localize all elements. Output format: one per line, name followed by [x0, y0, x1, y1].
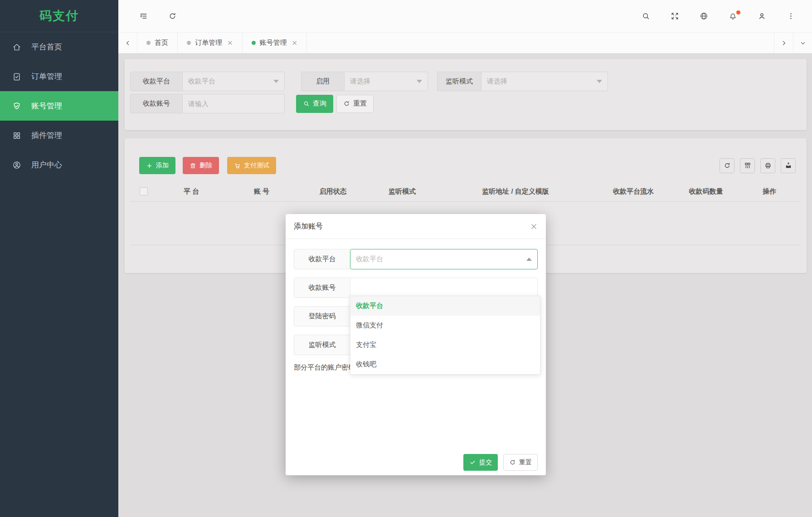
tabs-scroll-right-button[interactable] [774, 33, 793, 53]
modal-field-label: 收款账号 [294, 278, 350, 298]
table-column-account: 账 号 [225, 187, 298, 196]
select-placeholder: 收款平台 [188, 77, 215, 86]
sidebar-item-label: 用户中心 [31, 160, 62, 170]
chevron-down-icon [273, 80, 279, 83]
filter-account-label: 收款账号 [130, 94, 182, 113]
plus-icon [146, 162, 153, 169]
export-icon[interactable] [781, 158, 796, 173]
chevron-up-icon [526, 258, 532, 261]
trash-icon [190, 162, 196, 169]
topbar-right [637, 8, 799, 25]
chevron-down-icon [417, 80, 422, 83]
modal-reset-button[interactable]: 重置 [503, 454, 538, 471]
delete-button[interactable]: 删除 [183, 157, 219, 174]
dropdown-option-wechat-pay[interactable]: 微信支付 [350, 316, 540, 335]
modal-header: 添加账号 [286, 214, 546, 239]
columns-filter-icon[interactable] [740, 158, 755, 173]
filter-enabled-select[interactable]: 请选择 [344, 72, 428, 91]
table-column-operations: 操作 [740, 187, 799, 196]
search-icon [303, 100, 310, 107]
notification-badge [736, 10, 740, 15]
search-button-label: 查询 [313, 99, 326, 108]
account-input[interactable] [350, 278, 538, 298]
filter-account-input[interactable] [182, 94, 285, 113]
search-button[interactable]: 查询 [296, 95, 333, 113]
modal-footer: 提交 重置 [463, 454, 538, 471]
tab-status-dot [146, 41, 151, 45]
sidebar: 码支付 平台首页 订单管理 账号管理 [0, 0, 118, 517]
filter-platform: 收款平台 收款平台 [130, 72, 285, 91]
topbar [118, 0, 812, 32]
tab-orders[interactable]: 订单管理 ✕ [178, 33, 243, 53]
pay-test-button-label: 支付测试 [244, 161, 269, 170]
sidebar-item-orders[interactable]: 订单管理 [0, 62, 118, 91]
add-button-label: 添加 [156, 161, 169, 170]
sidebar-item-label: 平台首页 [31, 42, 62, 52]
tab-home[interactable]: 首页 [137, 33, 178, 53]
close-icon[interactable] [530, 223, 538, 230]
app-root: 码支付 平台首页 订单管理 账号管理 [0, 0, 812, 517]
app-logo: 码支付 [0, 0, 118, 32]
close-icon[interactable]: ✕ [292, 39, 298, 46]
pay-test-button[interactable]: 支付测试 [227, 157, 276, 174]
filter-platform-select[interactable]: 收款平台 [182, 72, 285, 91]
filter-panel: 收款平台 收款平台 启用 请选择 监听模式 [125, 59, 807, 130]
add-button[interactable]: 添加 [139, 157, 175, 174]
filter-enabled-label: 启用 [301, 72, 344, 91]
printer-icon[interactable] [760, 158, 775, 173]
filter-listen-mode-select[interactable]: 请选择 [481, 72, 608, 91]
platform-select[interactable]: 收款平台 [350, 249, 538, 269]
sidebar-item-plugins[interactable]: 插件管理 [0, 121, 118, 150]
notification-bell-icon[interactable] [724, 8, 741, 25]
filter-account: 收款账号 [130, 94, 285, 113]
shield-check-icon [12, 102, 21, 111]
table-column-enabled-status: 启用状态 [298, 187, 368, 196]
filter-listen-mode: 监听模式 请选择 [437, 72, 608, 91]
sidebar-nav: 平台首页 订单管理 账号管理 插件管理 [0, 32, 118, 180]
tabs-menu-button[interactable] [793, 33, 812, 53]
dropdown-option-alipay[interactable]: 支付宝 [350, 335, 540, 355]
table-column-listen-address: 监听地址 / 自定义模版 [436, 187, 595, 196]
globe-icon[interactable] [695, 8, 712, 25]
modal-field-platform: 收款平台 收款平台 [294, 249, 538, 269]
sidebar-item-accounts[interactable]: 账号管理 [0, 91, 118, 121]
tabs-scroll-left-button[interactable] [118, 33, 137, 53]
modal-reset-button-label: 重置 [519, 458, 532, 467]
more-kebab-icon[interactable] [782, 8, 799, 25]
dropdown-option-shouqianba[interactable]: 收钱吧 [350, 355, 540, 374]
add-account-modal: 添加账号 收款平台 收款平台 收款账号 登陆密码 监听模式 [286, 214, 546, 475]
filter-enabled: 启用 请选择 [301, 72, 428, 91]
tab-label: 订单管理 [195, 39, 222, 47]
refresh-icon [343, 100, 350, 107]
table-header-checkbox-cell [130, 187, 157, 195]
refresh-icon[interactable] [164, 8, 181, 25]
select-placeholder: 请选择 [350, 77, 370, 86]
sidebar-item-label: 订单管理 [31, 71, 62, 82]
submit-button-label: 提交 [479, 458, 492, 467]
tabbar-spacer [307, 33, 774, 53]
reset-button[interactable]: 重置 [336, 95, 374, 113]
dropdown-option-platform[interactable]: 收款平台 [350, 296, 540, 316]
refresh-icon [509, 459, 516, 466]
sidebar-item-user-center[interactable]: 用户中心 [0, 150, 118, 180]
check-icon [469, 459, 476, 466]
submit-button[interactable]: 提交 [463, 454, 498, 471]
table-refresh-icon[interactable] [720, 158, 734, 173]
home-icon [12, 43, 21, 52]
sidebar-item-label: 插件管理 [31, 130, 62, 141]
tabbar: 首页 订单管理 ✕ 账号管理 ✕ [118, 32, 812, 54]
collapse-sidebar-icon[interactable] [135, 8, 152, 25]
filter-row-1: 收款平台 收款平台 启用 请选择 监听模式 [130, 72, 801, 91]
search-icon[interactable] [637, 8, 654, 25]
tab-accounts[interactable]: 账号管理 ✕ [243, 33, 307, 53]
close-icon[interactable]: ✕ [227, 39, 233, 46]
select-all-checkbox[interactable] [140, 187, 148, 195]
user-icon[interactable] [753, 8, 770, 25]
delete-button-label: 删除 [199, 161, 212, 170]
sidebar-item-platform-home[interactable]: 平台首页 [0, 32, 118, 62]
table-toolbar [720, 158, 796, 173]
tab-status-dot [187, 41, 191, 45]
tab-label: 账号管理 [260, 39, 287, 47]
fullscreen-icon[interactable] [666, 8, 683, 25]
filter-row-2: 收款账号 查询 重置 [130, 94, 801, 113]
